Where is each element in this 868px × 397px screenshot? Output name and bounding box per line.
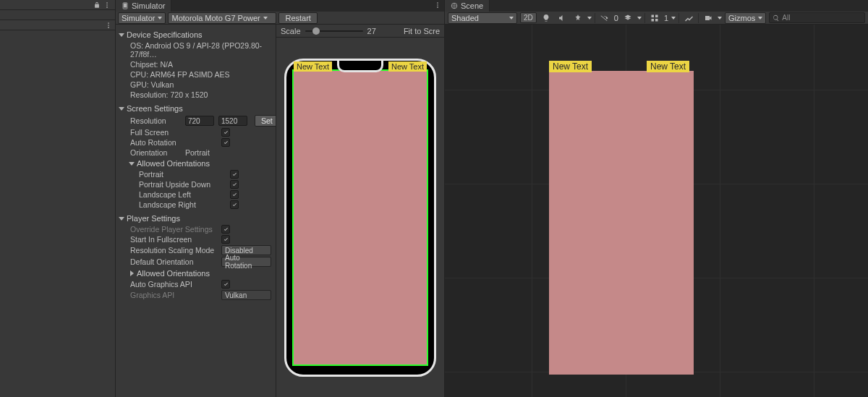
scene-text-left[interactable]: New Text [549,61,592,72]
mode-label: Simulator [122,14,155,22]
svg-rect-7 [124,4,127,8]
scaling-label: Resolution Scaling Mode [130,246,217,255]
simulator-toolbar: Simulator Motorola Moto G7 Power Restart [116,12,444,25]
tab-label: Scene [461,1,483,10]
auto-gfx-checkbox[interactable] [221,280,230,289]
svg-point-1 [106,4,108,6]
section-header-device-specs[interactable]: Device Specifications [120,29,271,40]
hidden-icon[interactable] [598,12,611,24]
allowed-orient-header[interactable]: Allowed Orientations [120,158,271,169]
menu-icon[interactable] [103,1,111,9]
landscape-left-checkbox[interactable] [230,190,239,199]
svg-point-3 [108,22,109,24]
gizmos-dropdown[interactable]: Gizmos [725,12,766,24]
camera-icon[interactable] [702,12,715,24]
svg-point-5 [108,27,109,28]
player-settings-section: Player Settings Override Player Settings… [116,211,276,302]
panel-toolbar [0,10,115,20]
menu-icon[interactable] [105,22,112,29]
chevron-down-icon [758,17,762,20]
fit-label[interactable]: Fit to Scre [404,27,440,35]
canvas-rect[interactable] [549,71,694,375]
scale-slider[interactable] [305,30,363,32]
start-fullscreen-checkbox[interactable] [221,235,230,244]
svg-point-9 [437,4,438,6]
orientation-label: Orientation [130,148,181,157]
audio-icon[interactable] [556,12,569,24]
chevron-down-icon [509,17,514,20]
tab-simulator[interactable]: Simulator [116,0,171,12]
set-button[interactable]: Set [255,115,276,127]
section-title: Screen Settings [127,104,183,113]
gfx-api-label: Graphics API [130,291,217,299]
fx-icon[interactable] [571,12,584,24]
chevron-down-icon [158,17,162,20]
portrait-upside-label: Portrait Upside Down [139,180,226,189]
preview-canvas: New Text New Text [276,38,444,397]
grid-icon[interactable] [648,12,661,24]
chevron-down-icon[interactable] [637,17,642,20]
section-header-screen[interactable]: Screen Settings [120,103,271,114]
tab-menu-icon[interactable] [434,1,441,9]
override-checkbox[interactable] [221,225,230,234]
resolution-height-input[interactable] [218,116,247,126]
default-orient-select[interactable]: Auto Rotation [221,257,271,267]
fullscreen-label: Full Screen [130,128,217,137]
chevron-down-icon[interactable] [587,17,592,20]
layers-icon[interactable] [621,12,634,24]
lighting-icon[interactable] [540,12,553,24]
scale-label: Scale [281,27,301,35]
foldout-icon [119,107,124,111]
tab-scene[interactable]: Scene [445,0,490,12]
resolution-width-input[interactable] [185,116,214,126]
default-orient-value: Auto Rotation [225,254,268,270]
foldout-icon [119,217,124,221]
section-title: Device Specifications [127,30,203,39]
screen-settings-section: Screen Settings Resolution Set Full Scre… [116,101,276,211]
phone-frame: New Text New Text [284,59,436,377]
tools-icon[interactable] [682,12,695,24]
simulator-panel: Simulator Simulator Motorola Moto G7 Pow… [116,0,445,397]
allowed-title: Allowed Orientations [137,269,210,278]
panel-header [0,0,115,10]
foldout-icon [130,270,134,276]
restart-label: Restart [285,14,310,22]
restart-button[interactable]: Restart [278,12,317,24]
override-label: Override Player Settings [130,225,217,234]
portrait-upside-checkbox[interactable] [230,180,239,189]
ui-text-right: New Text [388,61,427,72]
lock-icon[interactable] [93,1,101,9]
section-title: Player Settings [127,214,180,223]
spec-chipset: Chipset: N/A [130,60,173,69]
foldout-icon [119,33,124,37]
chevron-down-icon[interactable] [718,17,722,20]
chevron-down-icon[interactable] [671,17,676,20]
ui-text-left: New Text [294,61,332,72]
svg-point-2 [106,7,108,8]
set-label: Set [261,116,273,125]
scene-toolbar: Shaded 2D 0 1 Gizmos All [445,12,868,25]
device-dropdown[interactable]: Motorola Moto G7 Power [168,12,276,24]
hidden-count: 0 [614,14,618,22]
draw-mode-dropdown[interactable]: Shaded [448,12,517,24]
simulator-settings: Device Specifications OS: Android OS 9 /… [116,25,276,397]
tab-bar: Simulator [116,0,444,12]
gfx-api-value: Vulkan [225,291,247,299]
slider-thumb[interactable] [312,27,320,35]
scaling-value: Disabled [225,247,253,255]
section-header-player[interactable]: Player Settings [120,213,271,224]
scene-text-right[interactable]: New Text [647,61,689,72]
mode-dropdown[interactable]: Simulator [118,12,166,24]
svg-point-0 [106,2,108,4]
scene-search[interactable]: All [769,12,865,23]
portrait-checkbox[interactable] [230,170,239,179]
autorotation-checkbox[interactable] [221,138,230,147]
toggle-2d[interactable]: 2D [520,12,537,23]
landscape-right-checkbox[interactable] [230,200,239,209]
landscape-left-label: Landscape Left [139,190,226,199]
scene-viewport[interactable]: New Text New Text [445,25,868,397]
svg-point-10 [437,7,438,8]
search-icon [773,14,780,22]
fullscreen-checkbox[interactable] [221,128,230,137]
default-orient-label: Default Orientation [130,257,217,266]
